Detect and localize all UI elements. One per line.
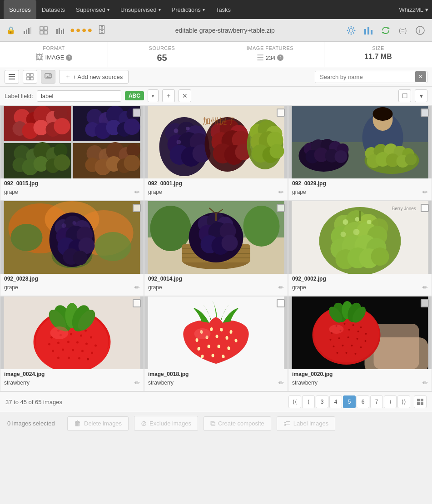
nav-datasets[interactable]: Datasets xyxy=(36,0,70,19)
page-6-button[interactable]: 6 xyxy=(357,395,369,408)
format-help-icon[interactable]: ? xyxy=(66,54,72,61)
format-value: IMAGE xyxy=(45,54,65,61)
svg-point-258 xyxy=(208,345,210,348)
exclude-images-button[interactable]: ⊘ Exclude images xyxy=(134,416,198,431)
delete-icon: 🗑 xyxy=(74,420,81,428)
edit-label-icon[interactable]: ✏ xyxy=(278,188,284,196)
signal-icon[interactable] xyxy=(21,24,34,37)
table-view-button[interactable] xyxy=(23,70,37,84)
image-checkbox[interactable] xyxy=(133,109,141,117)
database-icon: 🗄 xyxy=(97,25,106,35)
image-checkbox[interactable] xyxy=(421,109,429,117)
page-grid-view-button[interactable] xyxy=(414,395,427,408)
page-3-button[interactable]: 3 xyxy=(316,395,328,408)
refresh-icon[interactable] xyxy=(378,23,393,38)
nav-supervised[interactable]: Supervised ▾ xyxy=(70,0,115,19)
svg-rect-10 xyxy=(61,30,62,34)
edit-label-icon[interactable]: ✏ xyxy=(278,284,284,291)
edit-label-icon[interactable]: ✏ xyxy=(134,188,140,196)
supervised-arrow-icon: ▾ xyxy=(107,7,109,12)
image-cell: 092_0029.jpg grape ✏ xyxy=(288,105,432,201)
image-checkbox[interactable] xyxy=(277,204,285,212)
edit-label-icon[interactable]: ✏ xyxy=(134,284,140,291)
label-field-input[interactable] xyxy=(37,90,121,102)
label-clear-button[interactable]: ✕ xyxy=(179,89,191,102)
edit-label-icon[interactable]: ✏ xyxy=(422,284,428,291)
page-next-button[interactable]: ⟩ xyxy=(384,395,397,408)
nav-predictions[interactable]: Predictions ▾ xyxy=(166,0,210,19)
svg-point-288 xyxy=(360,346,362,348)
image-checkbox[interactable] xyxy=(133,299,141,307)
svg-point-207 xyxy=(355,217,360,222)
page-last-button[interactable]: ⟩⟩ xyxy=(397,395,410,408)
svg-point-223 xyxy=(70,333,72,336)
whizzml-menu[interactable]: WhizzML ▾ xyxy=(399,6,428,13)
image-checkbox[interactable] xyxy=(277,109,285,117)
image-label-row: strawberry ✏ xyxy=(0,378,144,387)
nav-tasks[interactable]: Tasks xyxy=(210,0,236,19)
image-checkbox[interactable] xyxy=(421,204,429,212)
image-filename: 092_0002.jpg xyxy=(288,274,432,283)
label-add-button[interactable]: ＋ xyxy=(162,89,175,102)
image-checkbox[interactable] xyxy=(421,299,429,307)
nav-sources[interactable]: Sources xyxy=(4,0,36,19)
create-composite-button[interactable]: ⧉ Create composite xyxy=(204,416,271,431)
edit-label-icon[interactable]: ✏ xyxy=(134,379,140,386)
bar-chart-icon[interactable] xyxy=(361,23,376,38)
svg-point-281 xyxy=(338,337,340,339)
nav-unsupervised[interactable]: Unsupervised ▾ xyxy=(115,0,166,19)
svg-rect-298 xyxy=(417,399,420,401)
svg-rect-300 xyxy=(417,402,420,405)
image-checkbox[interactable] xyxy=(133,204,141,212)
formula-icon[interactable]: (=) xyxy=(396,23,410,38)
image-checkbox[interactable] xyxy=(277,299,285,307)
toolbar-right: (=) i xyxy=(344,23,427,38)
grape-chinese-image: 加州提子 xyxy=(144,106,288,178)
exclude-label: Exclude images xyxy=(149,420,191,427)
unsupervised-arrow-icon: ▾ xyxy=(159,7,161,12)
expand-button[interactable]: ☐ xyxy=(398,89,411,102)
image-view-button[interactable] xyxy=(41,70,55,84)
page-5-button[interactable]: 5 xyxy=(343,395,356,408)
image-label-row: strawberry ✏ xyxy=(144,378,288,387)
settings-icon[interactable] xyxy=(344,23,358,38)
edit-label-icon[interactable]: ✏ xyxy=(422,379,428,386)
expand-down-button[interactable]: ▾ xyxy=(415,89,427,102)
image-features-help-icon[interactable]: ? xyxy=(277,54,283,61)
grid-icon[interactable] xyxy=(37,24,50,37)
action-bar: ＋ + Add new sources ✕ xyxy=(0,67,432,87)
page-7-button[interactable]: 7 xyxy=(370,395,383,408)
search-input[interactable] xyxy=(315,71,415,83)
lock-icon[interactable]: 🔒 xyxy=(5,24,17,37)
page-4-button[interactable]: 4 xyxy=(329,395,342,408)
search-clear-button[interactable]: ✕ xyxy=(415,71,426,82)
image-cell: 092_0014.jpg grape ✏ xyxy=(144,201,288,296)
chart-icon[interactable] xyxy=(54,24,66,37)
svg-point-291 xyxy=(355,353,357,355)
info-icon[interactable]: i xyxy=(413,23,427,38)
selected-count: 0 images selected xyxy=(7,420,62,427)
svg-point-227 xyxy=(57,342,60,344)
svg-point-206 xyxy=(343,219,348,225)
exclude-icon: ⊘ xyxy=(141,419,147,428)
add-sources-button[interactable]: ＋ + Add new sources xyxy=(59,70,129,84)
page-first-button[interactable]: ⟨⟨ xyxy=(288,395,301,408)
size-label: SIZE xyxy=(330,45,427,51)
edit-label-icon[interactable]: ✏ xyxy=(422,188,428,196)
user-label: WhizzML xyxy=(399,6,423,13)
svg-text:加州提子: 加州提子 xyxy=(203,117,235,126)
label-dropdown-button[interactable]: ▾ xyxy=(148,89,159,102)
image-filename: 092_0001.jpg xyxy=(144,178,288,188)
svg-point-20 xyxy=(353,27,354,29)
svg-rect-11 xyxy=(63,29,64,34)
label-row: Label field: ABC ▾ ＋ ✕ ☐ ▾ xyxy=(0,87,432,105)
list-view-button[interactable] xyxy=(5,70,19,84)
image-label: grape xyxy=(148,189,162,195)
edit-label-icon[interactable]: ✏ xyxy=(278,379,284,386)
label-images-button[interactable]: 🏷 Label images xyxy=(277,416,335,431)
svg-point-122 xyxy=(373,107,393,121)
page-prev-button[interactable]: ⟨ xyxy=(302,395,315,408)
image-filename: image_0020.jpg xyxy=(288,369,432,378)
delete-images-button[interactable]: 🗑 Delete images xyxy=(67,416,129,431)
svg-point-283 xyxy=(357,338,358,340)
